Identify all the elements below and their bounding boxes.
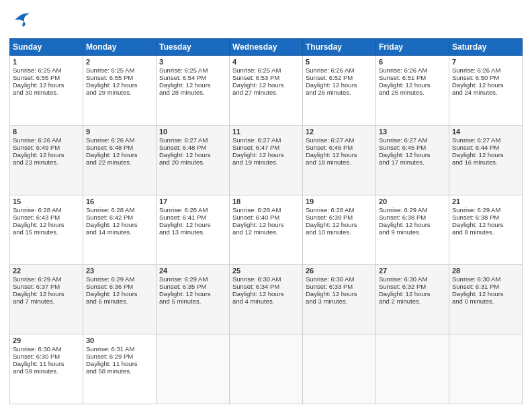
day-detail: Sunrise: 6:27 AM	[232, 136, 300, 144]
day-number: 15	[13, 197, 80, 205]
day-number: 13	[379, 128, 446, 136]
day-detail: Sunrise: 6:25 AM	[232, 66, 300, 74]
calendar: SundayMondayTuesdayWednesdayThursdayFrid…	[9, 38, 523, 404]
day-detail: Daylight: 12 hours	[86, 151, 153, 158]
calendar-cell: 21Sunrise: 6:29 AMSunset: 6:38 PMDayligh…	[449, 195, 523, 265]
calendar-cell: 24Sunrise: 6:29 AMSunset: 6:35 PMDayligh…	[157, 265, 230, 334]
day-detail: and 0 minutes.	[452, 298, 519, 305]
day-detail: Sunset: 6:48 PM	[159, 144, 226, 151]
day-detail: Sunset: 6:47 PM	[232, 144, 300, 151]
day-detail: Sunrise: 6:25 AM	[86, 66, 153, 74]
day-detail: and 58 minutes.	[86, 367, 153, 375]
day-detail: Sunset: 6:38 PM	[452, 214, 519, 221]
day-detail: Sunrise: 6:29 AM	[159, 275, 226, 283]
day-number: 9	[86, 128, 153, 136]
day-detail: and 22 minutes.	[86, 158, 153, 166]
day-detail: and 12 minutes.	[232, 228, 300, 236]
day-detail: and 29 minutes.	[86, 89, 153, 96]
calendar-cell: 3Sunrise: 6:25 AMSunset: 6:54 PMDaylight…	[157, 56, 230, 126]
day-number: 1	[13, 58, 80, 66]
day-detail: Daylight: 12 hours	[306, 290, 373, 298]
day-detail: and 9 minutes.	[379, 228, 446, 236]
day-detail: Sunrise: 6:28 AM	[13, 206, 80, 214]
day-number: 2	[86, 58, 153, 66]
day-detail: Sunset: 6:50 PM	[452, 74, 519, 81]
day-detail: Daylight: 12 hours	[379, 81, 446, 89]
day-detail: Sunrise: 6:25 AM	[13, 66, 80, 74]
calendar-cell: 6Sunrise: 6:26 AMSunset: 6:51 PMDaylight…	[376, 56, 449, 126]
calendar-cell	[303, 334, 376, 404]
day-number: 11	[232, 128, 300, 136]
day-detail: and 8 minutes.	[452, 228, 519, 236]
day-number: 7	[452, 58, 519, 66]
header	[9, 7, 523, 34]
day-detail: Sunset: 6:51 PM	[379, 74, 446, 81]
day-detail: Sunrise: 6:28 AM	[86, 206, 153, 214]
calendar-cell: 9Sunrise: 6:26 AMSunset: 6:48 PMDaylight…	[83, 125, 157, 195]
weekday-header: Wednesday	[230, 39, 303, 56]
day-number: 25	[232, 267, 300, 275]
day-detail: Sunrise: 6:27 AM	[306, 136, 373, 144]
calendar-cell: 16Sunrise: 6:28 AMSunset: 6:42 PMDayligh…	[83, 195, 157, 265]
calendar-cell: 30Sunrise: 6:31 AMSunset: 6:29 PMDayligh…	[83, 334, 157, 404]
day-detail: Sunset: 6:55 PM	[86, 74, 153, 81]
calendar-cell: 17Sunrise: 6:28 AMSunset: 6:41 PMDayligh…	[157, 195, 230, 265]
day-number: 24	[159, 267, 226, 275]
day-detail: Sunset: 6:40 PM	[232, 214, 300, 221]
calendar-cell: 28Sunrise: 6:30 AMSunset: 6:31 PMDayligh…	[449, 265, 523, 334]
day-detail: Sunrise: 6:25 AM	[159, 66, 226, 74]
calendar-cell: 25Sunrise: 6:30 AMSunset: 6:34 PMDayligh…	[230, 265, 303, 334]
day-detail: Sunset: 6:34 PM	[232, 283, 300, 290]
day-number: 20	[379, 197, 446, 205]
day-detail: Daylight: 12 hours	[13, 81, 80, 89]
day-detail: Daylight: 12 hours	[452, 221, 519, 228]
day-number: 5	[306, 58, 373, 66]
day-detail: Sunset: 6:39 PM	[306, 214, 373, 221]
day-detail: Daylight: 12 hours	[232, 81, 300, 89]
day-detail: Daylight: 12 hours	[86, 290, 153, 298]
day-detail: and 15 minutes.	[13, 228, 80, 236]
day-detail: Sunrise: 6:26 AM	[13, 136, 80, 144]
day-detail: Daylight: 12 hours	[379, 221, 446, 228]
day-detail: and 2 minutes.	[379, 298, 446, 305]
day-detail: Sunrise: 6:30 AM	[452, 275, 519, 283]
day-detail: Sunset: 6:32 PM	[379, 283, 446, 290]
day-detail: Sunrise: 6:28 AM	[232, 206, 300, 214]
day-detail: Sunrise: 6:27 AM	[159, 136, 226, 144]
day-detail: Sunrise: 6:30 AM	[379, 275, 446, 283]
day-detail: and 28 minutes.	[159, 89, 226, 96]
day-detail: Sunset: 6:42 PM	[86, 214, 153, 221]
day-detail: and 27 minutes.	[232, 89, 300, 96]
day-number: 26	[306, 267, 373, 275]
calendar-cell	[376, 334, 449, 404]
day-detail: and 14 minutes.	[86, 228, 153, 236]
day-detail: Sunset: 6:41 PM	[159, 214, 226, 221]
day-number: 22	[13, 267, 80, 275]
calendar-cell: 5Sunrise: 6:26 AMSunset: 6:52 PMDaylight…	[303, 56, 376, 126]
day-detail: and 18 minutes.	[306, 158, 373, 166]
day-detail: Sunrise: 6:30 AM	[13, 345, 80, 353]
day-detail: Sunset: 6:53 PM	[232, 74, 300, 81]
day-detail: Sunrise: 6:30 AM	[306, 275, 373, 283]
calendar-cell: 11Sunrise: 6:27 AMSunset: 6:47 PMDayligh…	[230, 125, 303, 195]
day-detail: Daylight: 12 hours	[159, 221, 226, 228]
day-detail: and 19 minutes.	[232, 158, 300, 166]
calendar-cell: 27Sunrise: 6:30 AMSunset: 6:32 PMDayligh…	[376, 265, 449, 334]
day-detail: and 6 minutes.	[86, 298, 153, 305]
day-detail: Sunset: 6:45 PM	[379, 144, 446, 151]
day-detail: Sunset: 6:49 PM	[13, 144, 80, 151]
day-detail: Sunset: 6:52 PM	[306, 74, 373, 81]
weekday-header: Tuesday	[157, 39, 230, 56]
day-detail: and 10 minutes.	[306, 228, 373, 236]
day-detail: Sunset: 6:36 PM	[86, 283, 153, 290]
day-detail: and 7 minutes.	[13, 298, 80, 305]
day-detail: Sunrise: 6:31 AM	[86, 345, 153, 353]
day-detail: Sunset: 6:44 PM	[452, 144, 519, 151]
day-detail: and 5 minutes.	[159, 298, 226, 305]
calendar-cell	[449, 334, 523, 404]
calendar-cell: 10Sunrise: 6:27 AMSunset: 6:48 PMDayligh…	[157, 125, 230, 195]
day-detail: Daylight: 12 hours	[13, 151, 80, 158]
day-detail: Sunset: 6:30 PM	[13, 353, 80, 360]
day-number: 17	[159, 197, 226, 205]
day-detail: Daylight: 12 hours	[86, 81, 153, 89]
